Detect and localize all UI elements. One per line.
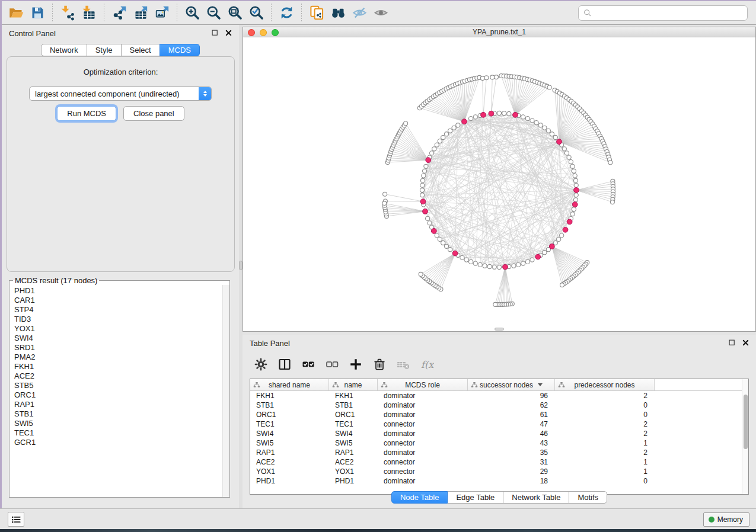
cell[interactable]: ORC1 (329, 410, 378, 419)
zoom-out-button[interactable] (203, 3, 224, 23)
tab-style[interactable]: Style (87, 44, 122, 56)
columns-button[interactable] (275, 354, 295, 374)
cell[interactable]: SWI5 (329, 438, 378, 448)
column-header-name[interactable]: name (329, 379, 378, 390)
cell[interactable]: PHD1 (329, 476, 378, 486)
close-panel-button[interactable] (224, 28, 233, 37)
cell[interactable]: dominator (378, 410, 468, 419)
tab-network[interactable]: Network (41, 44, 87, 56)
cell[interactable]: SWI4 (250, 429, 329, 438)
table-row[interactable]: SWI4SWI4dominator462 (250, 429, 742, 438)
cell[interactable]: dominator (378, 391, 468, 400)
run-mcds-button[interactable]: Run MCDS (57, 106, 116, 121)
tab-mcds[interactable]: MCDS (160, 44, 200, 56)
cell[interactable]: ACE2 (329, 457, 378, 467)
mcds-result-item[interactable]: TEC1 (14, 428, 229, 438)
horizontal-splitter-handle[interactable] (495, 328, 504, 331)
close-window-button[interactable] (248, 29, 255, 36)
show-all-button[interactable] (370, 3, 391, 23)
save-session-button[interactable] (27, 3, 48, 23)
gear-button[interactable] (251, 354, 271, 374)
zoom-in-button[interactable] (181, 3, 203, 23)
zoom-fit-button[interactable] (224, 3, 245, 23)
cell[interactable]: dominator (378, 400, 468, 410)
cell[interactable]: RAP1 (329, 448, 378, 457)
maximize-window-button[interactable] (272, 29, 279, 36)
cell[interactable]: connector (378, 438, 468, 448)
network-graph[interactable] (243, 37, 755, 331)
mcds-result-item[interactable]: STB1 (14, 409, 229, 419)
export-network-button[interactable] (109, 3, 130, 23)
mcds-result-item[interactable]: STB5 (14, 381, 229, 390)
table-row[interactable]: ACE2ACE2connector311 (250, 457, 742, 467)
cell[interactable]: TEC1 (250, 419, 329, 429)
network-canvas[interactable] (243, 37, 755, 331)
mcds-result-item[interactable]: STP4 (14, 305, 229, 315)
cell[interactable]: FKH1 (250, 391, 329, 400)
cell[interactable]: 61 (468, 410, 555, 419)
cell[interactable]: dominator (378, 476, 468, 486)
import-table-button[interactable] (78, 3, 100, 23)
import-network-button[interactable] (57, 3, 78, 23)
table-tab-network-table[interactable]: Network Table (503, 491, 569, 504)
cell[interactable]: 96 (468, 391, 555, 400)
mcds-result-item[interactable]: SWI4 (14, 334, 229, 343)
criterion-select[interactable]: largest connected component (undirected) (29, 86, 212, 101)
cell[interactable]: SWI4 (329, 429, 378, 438)
add-row-button[interactable] (346, 354, 366, 374)
column-header-successor-nodes[interactable]: successor nodes (468, 379, 555, 390)
table-tab-motifs[interactable]: Motifs (569, 491, 607, 504)
table-tab-edge-table[interactable]: Edge Table (447, 491, 503, 504)
minimize-window-button[interactable] (260, 29, 267, 36)
cell[interactable]: 31 (468, 457, 555, 467)
table-row[interactable]: SWI5SWI5connector431 (250, 438, 742, 448)
cell[interactable]: ORC1 (250, 410, 329, 419)
cell[interactable]: STB1 (329, 400, 378, 410)
cell[interactable]: 2 (555, 429, 655, 438)
table-row[interactable]: STB1STB1dominator620 (250, 400, 742, 410)
column-header-MCDS-role[interactable]: MCDS role (378, 379, 468, 390)
mcds-result-item[interactable]: PMA2 (14, 352, 229, 362)
table-row[interactable]: TEC1TEC1connector472 (250, 419, 742, 429)
cell[interactable]: 1 (555, 457, 655, 467)
column-header-predecessor-nodes[interactable]: predecessor nodes (555, 379, 655, 390)
cell[interactable]: 2 (555, 448, 655, 457)
cell[interactable]: 18 (468, 476, 555, 486)
cell[interactable]: 0 (555, 476, 655, 486)
table-tab-node-table[interactable]: Node Table (391, 491, 448, 504)
search-input[interactable] (592, 7, 747, 19)
task-history-button[interactable] (8, 512, 24, 527)
cell[interactable]: YOX1 (250, 467, 329, 476)
mcds-result-item[interactable]: SWI5 (14, 419, 229, 428)
cell[interactable]: 47 (468, 419, 555, 429)
mcds-result-item[interactable]: GCR1 (14, 438, 229, 447)
cell[interactable]: 62 (468, 400, 555, 410)
cell[interactable]: PHD1 (250, 476, 329, 486)
table-scrollbar-thumb[interactable] (744, 395, 748, 449)
float-panel-button[interactable] (210, 28, 219, 37)
cell[interactable]: connector (378, 419, 468, 429)
float-table-button[interactable] (728, 338, 736, 347)
cell[interactable]: connector (378, 457, 468, 467)
cell[interactable]: YOX1 (329, 467, 378, 476)
find-binoculars-button[interactable] (327, 3, 349, 23)
table-scrollbar[interactable] (742, 379, 748, 494)
memory-button[interactable]: Memory (703, 512, 749, 527)
cell[interactable]: 0 (555, 400, 655, 410)
zoom-selected-button[interactable] (245, 3, 267, 23)
cell[interactable]: 43 (468, 438, 555, 448)
cell[interactable]: TEC1 (329, 419, 378, 429)
refresh-view-button[interactable] (276, 3, 297, 23)
table-row[interactable]: RAP1RAP1dominator352 (250, 448, 742, 457)
table-row[interactable]: YOX1YOX1connector291 (250, 467, 742, 476)
cell[interactable]: SWI5 (250, 438, 329, 448)
column-header-shared-name[interactable]: shared name (250, 379, 329, 390)
cell[interactable]: 2 (555, 391, 655, 400)
mcds-result-item[interactable]: RAP1 (14, 400, 229, 409)
table-row[interactable]: ORC1ORC1dominator610 (250, 410, 742, 419)
delete-row-button[interactable] (369, 354, 390, 374)
table-row[interactable]: PHD1PHD1dominator180 (250, 476, 742, 486)
cell[interactable]: FKH1 (329, 391, 378, 400)
mcds-result-item[interactable]: ACE2 (14, 371, 229, 381)
select-all-button[interactable] (298, 354, 318, 374)
